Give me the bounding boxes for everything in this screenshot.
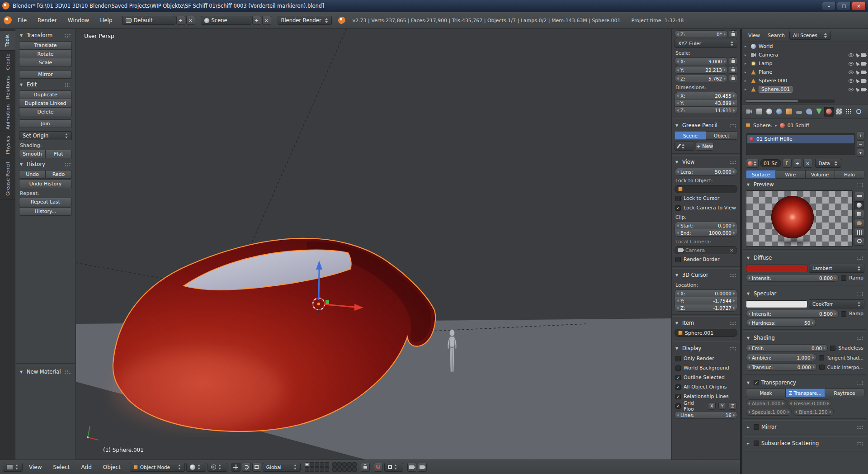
material-type-surface[interactable]: Surface (746, 170, 776, 179)
scale-x-field[interactable]: X:9.000 (675, 57, 728, 65)
gp-new-layer-button[interactable]: +New (696, 142, 713, 151)
tab-physics[interactable]: Physics (0, 132, 15, 158)
preview-sphere-button[interactable] (854, 201, 864, 209)
renderability-camera-icon[interactable] (861, 88, 866, 91)
gp-scene-toggle[interactable]: Scene (675, 131, 706, 140)
editor-type-dropdown[interactable] (3, 463, 23, 472)
cursor-z-field[interactable]: Z:-1.0727 (675, 304, 737, 312)
menu-select[interactable]: Select (48, 462, 75, 473)
menu-render[interactable]: Render (33, 15, 62, 26)
layer-cell[interactable] (315, 462, 319, 467)
layer-cell[interactable] (337, 462, 342, 467)
selectability-arrow-icon[interactable] (854, 70, 860, 75)
visibility-eye-icon[interactable] (849, 53, 854, 57)
tab-create[interactable]: Create (0, 51, 15, 73)
outliner-view-menu[interactable]: View (745, 30, 763, 41)
item-name-field[interactable]: Sphere.001 (675, 329, 737, 337)
breadcrumb-material[interactable]: 01 Schiff (788, 123, 809, 128)
clip-end-field[interactable]: End:1000.000 (675, 229, 737, 237)
panel-edit[interactable]: ▼Edit (19, 80, 72, 90)
panel-3d-cursor[interactable]: ▼3D Cursor (675, 270, 737, 280)
hardness-slider[interactable]: Hardness:50 (746, 319, 816, 327)
duplicate-linked-button[interactable]: Duplicate Linked (19, 99, 72, 108)
outliner-search-menu[interactable]: Search (764, 30, 788, 41)
layer-cell[interactable] (347, 462, 352, 467)
material-type-wire[interactable]: Wire (776, 170, 805, 179)
outline-selected-checkbox[interactable]: ✓Outline Selected (675, 373, 737, 382)
repeat-last-button[interactable]: Repeat Last (19, 198, 72, 206)
menu-help[interactable]: Help (95, 15, 117, 26)
tab-modifiers[interactable] (804, 107, 814, 117)
tab-physics[interactable] (854, 107, 863, 117)
fresnel-slider[interactable]: Fresnel:0.000 (788, 399, 831, 407)
tab-texture[interactable] (834, 107, 844, 117)
panel-new-material[interactable]: ▼New Material (19, 367, 72, 377)
local-camera-field[interactable]: Camera× (675, 246, 737, 254)
delete-button[interactable]: Delete (19, 108, 72, 116)
lock-scale-z-button[interactable] (729, 75, 737, 82)
panel-view[interactable]: ▼View (675, 157, 737, 167)
blend-slider[interactable]: Blend:1.250 (793, 408, 834, 416)
render-border-checkbox[interactable]: Render Border (675, 255, 737, 264)
outliner-row-world[interactable]: ▸ World (742, 42, 868, 51)
lock-scale-x-button[interactable] (729, 57, 737, 65)
preview-sky-button[interactable] (854, 237, 864, 246)
tab-relations[interactable]: Relations (0, 73, 15, 102)
renderability-camera-icon[interactable] (861, 62, 866, 66)
new-material-button[interactable]: + (793, 159, 802, 168)
undo-button[interactable]: Undo (19, 170, 46, 179)
lock-rotation-button[interactable] (729, 30, 737, 38)
layer-cell[interactable] (305, 467, 309, 472)
tab-grease-pencil[interactable]: Grease Pencil (0, 158, 15, 200)
manipulator-rotate-toggle[interactable] (242, 463, 251, 472)
outliner-row-sphere-001[interactable]: ▸ Sphere.001 (742, 85, 868, 94)
layer-cell[interactable] (310, 467, 314, 472)
menu-add[interactable]: Add (76, 462, 97, 473)
material-type-volume[interactable]: Volume (806, 170, 835, 179)
layer-cell[interactable] (320, 462, 324, 467)
diffuse-ramp-checkbox[interactable]: Ramp (840, 274, 864, 282)
snap-element-dropdown[interactable] (384, 463, 403, 472)
alpha-slider[interactable]: Alpha:1.000 (746, 399, 786, 407)
axis-x-toggle[interactable]: X (708, 402, 716, 410)
lock-scale-y-button[interactable] (729, 66, 737, 74)
layout-add-button[interactable]: + (176, 16, 185, 25)
gp-object-toggle[interactable]: Object (706, 131, 737, 140)
specular-alpha-slider[interactable]: Specula:1.000 (746, 408, 792, 416)
cursor-y-field[interactable]: Y:-1.7544 (675, 297, 737, 304)
preview-cube-button[interactable] (854, 210, 864, 218)
specular-shader-dropdown[interactable]: CookTorr (809, 299, 864, 308)
dimension-z-field[interactable]: Z:11.611 (675, 106, 737, 114)
lock-to-scene-toggle[interactable] (361, 463, 370, 472)
visibility-eye-icon[interactable] (849, 79, 854, 83)
tab-object-data[interactable] (814, 107, 824, 117)
layout-delete-button[interactable]: × (186, 16, 195, 25)
expand-icon[interactable]: ▸ (745, 79, 748, 83)
selectability-arrow-icon[interactable] (854, 78, 860, 84)
layer-cell[interactable] (337, 467, 342, 472)
panel-shading[interactable]: ▼Shading (746, 333, 864, 343)
menu-file[interactable]: File (13, 15, 32, 26)
layer-cell[interactable] (305, 462, 309, 467)
material-name-field[interactable]: 01 Sc (760, 159, 781, 167)
manipulator-translate-toggle[interactable] (231, 463, 241, 472)
cursor-x-field[interactable]: X:0.0000 (675, 289, 737, 297)
panel-transparency[interactable]: ▼✓Transparency (746, 378, 864, 388)
material-slot-active[interactable]: 01 Schiff Hülle (747, 135, 854, 143)
checkbox-on[interactable]: ✓ (754, 380, 759, 385)
layer-cell[interactable] (332, 462, 337, 467)
menu-object[interactable]: Object (98, 462, 126, 473)
scene-delete-button[interactable]: × (262, 16, 271, 25)
selectability-arrow-icon[interactable] (854, 87, 860, 92)
panel-specular[interactable]: ▼Specular (746, 289, 864, 299)
world-background-checkbox[interactable]: World Background (675, 364, 737, 372)
diffuse-color-swatch[interactable] (746, 265, 807, 272)
viewport-shading-dropdown[interactable] (186, 463, 206, 472)
browse-material-button[interactable] (746, 159, 759, 168)
selectability-arrow-icon[interactable] (854, 52, 860, 58)
breadcrumb-object[interactable]: Sphere. (753, 123, 772, 128)
mirror-button[interactable]: Mirror (19, 70, 72, 79)
layer-cell[interactable] (352, 467, 357, 472)
transform-orientation-dropdown[interactable]: Global (263, 463, 301, 472)
layer-cell[interactable] (347, 467, 352, 472)
